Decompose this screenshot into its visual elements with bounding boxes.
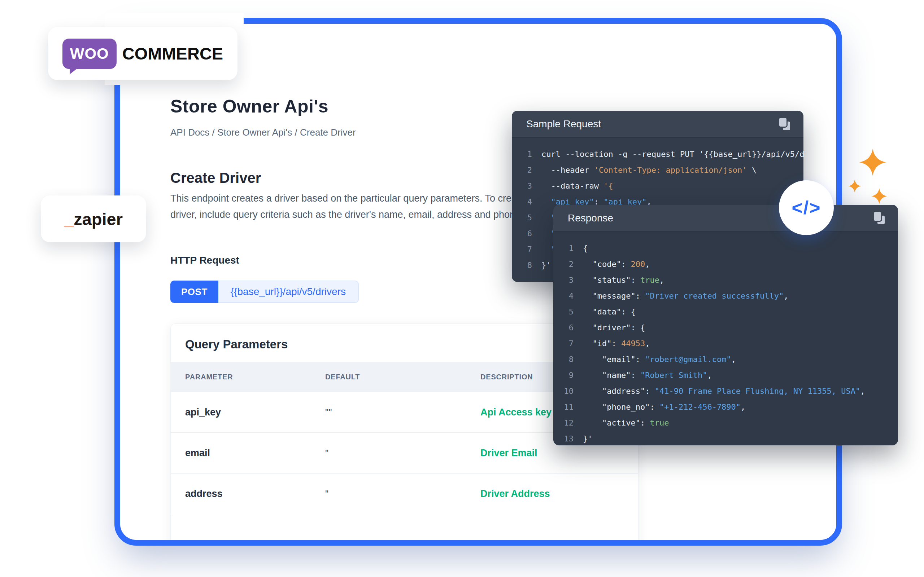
line-number: 1 xyxy=(512,147,532,162)
code-glyph: </> xyxy=(792,197,821,219)
code-line: 6 "driver": { xyxy=(553,320,898,336)
sample-request-title: Sample Request xyxy=(526,118,601,130)
column-header-default: DEFAULT xyxy=(325,373,480,381)
code-line: 3 "status": true, xyxy=(553,272,898,288)
line-number: 9 xyxy=(553,367,573,384)
code-line: 7 "id": 44953, xyxy=(553,336,898,351)
code-line: 2 "code": 200, xyxy=(553,256,898,272)
code-icon: </> xyxy=(779,180,834,235)
copy-icon[interactable] xyxy=(777,117,792,131)
table-row: address"Driver Address xyxy=(171,474,638,514)
line-number: 1 xyxy=(553,240,573,256)
cell-parameter: email xyxy=(171,448,325,459)
page-title: Store Owner Api's xyxy=(170,96,328,117)
response-title: Response xyxy=(568,213,613,224)
line-number: 4 xyxy=(553,288,573,304)
line-number: 11 xyxy=(553,399,573,415)
cell-default: " xyxy=(325,488,480,500)
endpoint-url: {{base_url}}/api/v5/drivers xyxy=(218,280,359,303)
cell-description: Driver Email xyxy=(480,448,638,459)
woocommerce-bubble-text: WOO xyxy=(70,45,109,62)
cell-parameter: address xyxy=(171,488,325,500)
code-line: 1curl --location -g --request PUT '{{bas… xyxy=(512,147,803,162)
breadcrumb[interactable]: API Docs / Store Owner Api's / Create Dr… xyxy=(170,127,356,138)
line-number: 2 xyxy=(512,162,532,178)
page: Store Owner Api's API Docs / Store Owner… xyxy=(0,0,924,577)
code-line: 5 "data": { xyxy=(553,304,898,320)
code-line: 1{ xyxy=(553,240,898,256)
woocommerce-bubble-icon: WOO xyxy=(63,39,116,69)
line-number: 4 xyxy=(512,194,532,210)
code-line: 8 "email": "robert@gmail.com", xyxy=(553,351,898,367)
cell-description: Driver Address xyxy=(480,488,638,500)
code-line: 12 "active": true xyxy=(553,415,898,431)
http-request-label: HTTP Request xyxy=(170,255,239,266)
sparkle-icon xyxy=(859,148,887,176)
zapier-underscore: _ xyxy=(64,209,74,229)
line-number: 3 xyxy=(553,272,573,288)
line-number: 10 xyxy=(553,384,573,399)
copy-glyph xyxy=(779,118,790,130)
woocommerce-logo: WOO COMMERCE xyxy=(48,27,237,80)
copy-glyph xyxy=(874,212,885,224)
sparkle-icon xyxy=(848,180,861,193)
sparkle-icon xyxy=(871,188,887,204)
column-header-parameter: PARAMETER xyxy=(171,373,325,381)
line-number: 2 xyxy=(553,256,573,272)
http-method-badge: POST xyxy=(170,280,218,303)
line-number: 12 xyxy=(553,415,573,431)
line-number: 5 xyxy=(512,210,532,226)
copy-icon[interactable] xyxy=(872,211,887,226)
zapier-logo: _zapier xyxy=(41,195,146,242)
line-number: 8 xyxy=(512,258,532,273)
line-number: 7 xyxy=(512,242,532,258)
sample-request-header: Sample Request xyxy=(512,111,803,138)
cell-default: " xyxy=(325,448,480,459)
response-header: Response xyxy=(553,205,898,232)
code-line: 2 --header 'Content-Type: application/js… xyxy=(512,162,803,178)
line-number: 3 xyxy=(512,178,532,194)
endpoint-row: POST {{base_url}}/api/v5/drivers xyxy=(170,280,359,303)
line-number: 7 xyxy=(553,336,573,351)
response-panel: Response 1{2 "code": 200,3 "status": tru… xyxy=(553,205,898,445)
code-line: 4 "message": "Driver created successfull… xyxy=(553,288,898,304)
line-number: 13 xyxy=(553,431,573,445)
cell-default: "" xyxy=(325,407,480,418)
line-number: 5 xyxy=(553,304,573,320)
code-line: 3 --data-raw '{ xyxy=(512,178,803,194)
cell-parameter: api_key xyxy=(171,407,325,418)
line-number: 6 xyxy=(512,226,532,242)
code-line: 10 "address": "41-90 Frame Place Flushin… xyxy=(553,384,898,399)
line-number: 8 xyxy=(553,351,573,367)
code-line: 9 "name": "Robert Smith", xyxy=(553,367,898,384)
code-line: 11 "phone_no": "+1-212-456-7890", xyxy=(553,399,898,415)
response-code: 1{2 "code": 200,3 "status": true,4 "mess… xyxy=(553,232,898,445)
line-number: 6 xyxy=(553,320,573,336)
code-line: 13}' xyxy=(553,431,898,445)
woocommerce-wordmark: COMMERCE xyxy=(122,44,223,63)
section-title: Create Driver xyxy=(170,170,261,186)
zapier-wordmark: zapier xyxy=(74,209,123,229)
